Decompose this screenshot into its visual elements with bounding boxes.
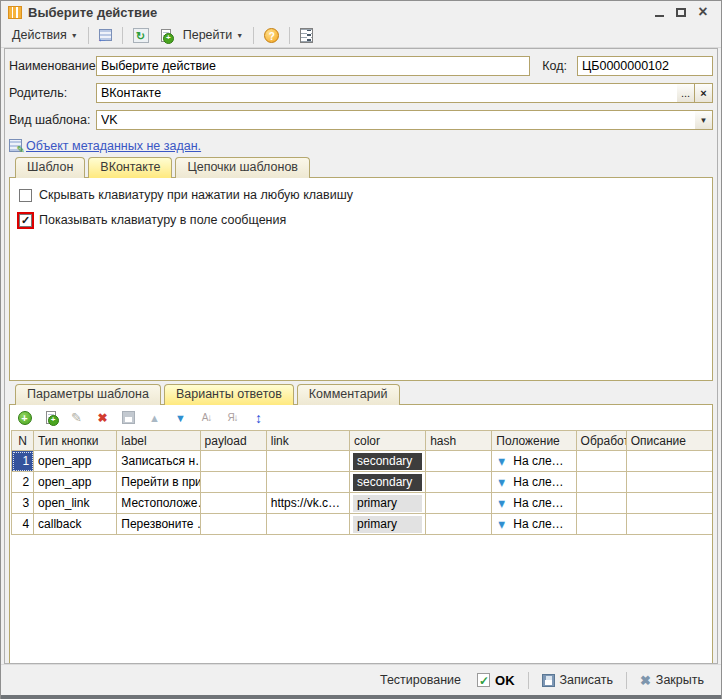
- sort-descending-button[interactable]: Я↓: [224, 409, 241, 426]
- actions-menu-button[interactable]: Действия ▼: [6, 25, 84, 45]
- hide-keyboard-checkbox[interactable]: [19, 189, 32, 202]
- column-header-color[interactable]: color: [349, 431, 425, 451]
- row-number-cell[interactable]: 1: [12, 451, 34, 472]
- column-header-payload[interactable]: payload: [200, 431, 266, 451]
- add-icon: +: [18, 411, 32, 425]
- hash-cell[interactable]: [426, 472, 492, 493]
- position-cell[interactable]: ▼На сле…: [492, 451, 576, 472]
- position-value: На сле…: [513, 454, 563, 468]
- hash-cell[interactable]: [426, 493, 492, 514]
- go-to-menu-button[interactable]: Перейти ▼: [177, 25, 249, 45]
- copy-row-button[interactable]: [42, 409, 59, 426]
- button-type-cell[interactable]: open_link: [34, 493, 117, 514]
- handler-cell[interactable]: [576, 514, 626, 535]
- main-toolbar: Действия ▼ Перейти ▼: [1, 23, 721, 48]
- delete-row-button[interactable]: ✖: [94, 409, 111, 426]
- description-cell[interactable]: [626, 493, 712, 514]
- table-row[interactable]: 3 open_link Местоположе… https://vk.c… p…: [12, 493, 713, 514]
- reorder-button[interactable]: ↕: [250, 409, 267, 426]
- code-input[interactable]: [577, 56, 713, 76]
- close-form-button[interactable]: ✖ Закрыть: [632, 669, 712, 692]
- label-cell[interactable]: Перейти в при…: [117, 472, 200, 493]
- label-cell[interactable]: Перезвоните …: [117, 514, 200, 535]
- link-cell[interactable]: [266, 514, 349, 535]
- handler-cell[interactable]: [576, 472, 626, 493]
- row-number-cell[interactable]: 4: [12, 514, 34, 535]
- position-cell[interactable]: ▼На сле…: [492, 514, 576, 535]
- move-up-button[interactable]: ▲: [146, 409, 163, 426]
- tab-answer-variants[interactable]: Варианты ответов: [164, 384, 294, 405]
- add-row-button[interactable]: +: [16, 409, 33, 426]
- position-cell[interactable]: ▼На сле…: [492, 472, 576, 493]
- template-kind-dropdown-button[interactable]: ▼: [695, 110, 713, 130]
- column-header-description[interactable]: Описание: [626, 431, 712, 451]
- position-cell[interactable]: ▼На сле…: [492, 493, 576, 514]
- button-type-cell[interactable]: callback: [34, 514, 117, 535]
- description-cell[interactable]: [626, 451, 712, 472]
- tab-template[interactable]: Шаблон: [15, 157, 85, 178]
- hash-cell[interactable]: [426, 451, 492, 472]
- close-button[interactable]: ×: [692, 3, 714, 21]
- handler-cell[interactable]: [576, 451, 626, 472]
- handler-cell[interactable]: [576, 493, 626, 514]
- column-header-n[interactable]: N: [12, 431, 34, 451]
- parent-clear-button[interactable]: ×: [695, 83, 713, 103]
- button-type-cell[interactable]: open_app: [34, 451, 117, 472]
- payload-cell[interactable]: [200, 493, 266, 514]
- sort-ascending-button[interactable]: А↓: [198, 409, 215, 426]
- refresh-button[interactable]: [127, 25, 155, 46]
- answers-grid-area: N Тип кнопки label payload link color ha…: [10, 430, 712, 664]
- show-keyboard-checkbox[interactable]: ✓: [19, 214, 32, 227]
- column-header-link[interactable]: link: [266, 431, 349, 451]
- label-cell[interactable]: Местоположе…: [117, 493, 200, 514]
- column-header-label[interactable]: label: [117, 431, 200, 451]
- color-cell[interactable]: primary: [349, 514, 425, 535]
- table-row[interactable]: 4 callback Перезвоните … primary ▼На сле…: [12, 514, 713, 535]
- metadata-link[interactable]: Объект метаданных не задан.: [26, 139, 201, 153]
- edit-row-button[interactable]: ✎: [68, 409, 85, 426]
- move-down-button[interactable]: ▼: [172, 409, 189, 426]
- table-row[interactable]: 2 open_app Перейти в при… secondary ▼На …: [12, 472, 713, 493]
- row-number-cell[interactable]: 2: [12, 472, 34, 493]
- hash-cell[interactable]: [426, 514, 492, 535]
- column-header-handler[interactable]: Обработч…: [576, 431, 626, 451]
- color-cell[interactable]: secondary: [349, 472, 425, 493]
- ok-button[interactable]: OK: [469, 669, 523, 692]
- table-row[interactable]: 1 open_app Записаться н… secondary ▼На с…: [12, 451, 713, 472]
- button-type-cell[interactable]: open_app: [34, 472, 117, 493]
- parent-input[interactable]: [96, 83, 677, 103]
- parent-select-button[interactable]: ...: [677, 83, 695, 103]
- template-kind-input[interactable]: [96, 110, 695, 130]
- tab-template-params[interactable]: Параметры шаблона: [15, 384, 161, 405]
- row-number-cell[interactable]: 3: [12, 493, 34, 514]
- test-button[interactable]: Тестирование: [372, 669, 469, 691]
- color-cell[interactable]: primary: [349, 493, 425, 514]
- form-settings-button[interactable]: [294, 25, 319, 46]
- minimize-button[interactable]: [648, 3, 670, 21]
- link-cell[interactable]: [266, 472, 349, 493]
- end-edit-button[interactable]: [120, 409, 137, 426]
- ok-icon: [477, 673, 490, 687]
- reorder-icon: ↕: [255, 410, 262, 426]
- copy-new-button[interactable]: [155, 26, 177, 45]
- link-cell[interactable]: [266, 451, 349, 472]
- column-header-position[interactable]: Положение: [492, 431, 576, 451]
- maximize-button[interactable]: [670, 3, 692, 21]
- save-button[interactable]: Записать: [534, 669, 621, 691]
- tab-template-chains[interactable]: Цепочки шаблонов: [175, 157, 310, 178]
- name-input[interactable]: [96, 56, 530, 76]
- column-header-hash[interactable]: hash: [426, 431, 492, 451]
- payload-cell[interactable]: [200, 472, 266, 493]
- link-cell[interactable]: https://vk.c…: [266, 493, 349, 514]
- label-cell[interactable]: Записаться н…: [117, 451, 200, 472]
- tab-comment[interactable]: Комментарий: [297, 384, 400, 405]
- tab-vkontakte[interactable]: ВКонтакте: [88, 157, 172, 178]
- reread-button[interactable]: [93, 26, 118, 44]
- payload-cell[interactable]: [200, 514, 266, 535]
- column-header-button-type[interactable]: Тип кнопки: [34, 431, 117, 451]
- payload-cell[interactable]: [200, 451, 266, 472]
- description-cell[interactable]: [626, 514, 712, 535]
- description-cell[interactable]: [626, 472, 712, 493]
- color-cell[interactable]: secondary: [349, 451, 425, 472]
- help-button[interactable]: [258, 25, 285, 46]
